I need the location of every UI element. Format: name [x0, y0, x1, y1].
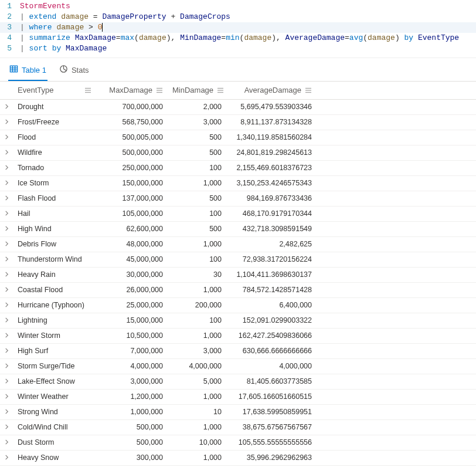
expand-row-icon[interactable] — [0, 328, 13, 343]
expand-row-icon[interactable] — [0, 282, 13, 297]
table-row[interactable]: Dust Storm500,00010,000105,555.555555555… — [0, 435, 476, 450]
expand-row-icon[interactable] — [0, 450, 13, 465]
code-line[interactable]: 3| where damage > 0 — [0, 22, 476, 33]
cell-avgdamage: 5,695,479.553903346 — [226, 99, 317, 114]
table-row[interactable]: Flash Flood137,000,000500984,169.8767334… — [0, 191, 476, 206]
expand-row-icon[interactable] — [0, 404, 13, 419]
table-row[interactable]: Lightning15,000,000100152,091.0299003322 — [0, 313, 476, 328]
expand-row-icon[interactable] — [0, 419, 13, 435]
code-content[interactable]: | extend damage = DamageProperty + Damag… — [20, 12, 476, 22]
table-row[interactable]: Winter Storm10,500,0001,000162,427.25409… — [0, 328, 476, 343]
code-line[interactable]: 5| sort by MaxDamage — [0, 43, 476, 54]
expand-row-icon[interactable] — [0, 236, 13, 252]
table-row[interactable]: Drought700,000,0002,0005,695,479.5539033… — [0, 99, 476, 114]
table-row[interactable]: Thunderstorm Wind45,000,00010072,938.317… — [0, 252, 476, 267]
header-eventtype[interactable]: EventType — [13, 82, 96, 99]
expand-row-icon[interactable] — [0, 313, 13, 328]
code-content[interactable]: | sort by MaxDamage — [20, 43, 476, 54]
expand-row-icon[interactable] — [0, 221, 13, 236]
expand-row-icon[interactable] — [0, 297, 13, 313]
expand-row-icon[interactable] — [0, 191, 13, 206]
cell-eventtype: High Wind — [13, 221, 96, 236]
expand-row-icon[interactable] — [0, 435, 13, 450]
header-mindamage-label: MinDamage — [172, 86, 213, 94]
cell-avgdamage: 1,104,411.3698630137 — [226, 267, 317, 282]
table-row[interactable]: Coastal Flood26,000,0001,000784,572.1428… — [0, 282, 476, 297]
table-row[interactable]: Hurricane (Typhoon)25,000,000200,0006,40… — [0, 297, 476, 313]
expand-row-icon[interactable] — [0, 252, 13, 267]
cell-mindamage: 10,000 — [168, 435, 226, 450]
code-content[interactable]: | where damage > 0 — [20, 22, 476, 33]
cell-mindamage: 1,000 — [168, 175, 226, 191]
table-row[interactable]: Ice Storm150,000,0001,0003,150,253.42465… — [0, 175, 476, 191]
cell-avgdamage: 8,911,137.873134328 — [226, 114, 317, 130]
table-row[interactable]: Wildfire500,000,00050024,801,819.2982456… — [0, 145, 476, 160]
cell-avgdamage: 2,482,625 — [226, 236, 317, 252]
expand-row-icon[interactable] — [0, 374, 13, 389]
table-row[interactable]: Hail105,000,000100468,170.9179170344 — [0, 206, 476, 221]
cell-eventtype: Winter Storm — [13, 328, 96, 343]
cell-mindamage: 2,000 — [168, 99, 226, 114]
header-maxdamage[interactable]: MaxDamage — [96, 82, 168, 99]
expand-row-icon[interactable] — [0, 175, 13, 191]
table-row[interactable]: Winter Weather1,200,0001,00017,605.16605… — [0, 389, 476, 404]
column-menu-icon[interactable] — [217, 87, 224, 94]
cell-mindamage: 100 — [168, 160, 226, 175]
expand-row-icon[interactable] — [0, 130, 13, 145]
code-line[interactable]: 4| summarize MaxDamage=max(damage), MinD… — [0, 33, 476, 43]
table-row[interactable]: High Wind62,600,000500432,718.3098591549 — [0, 221, 476, 236]
table-row[interactable]: Debris Flow48,000,0001,0002,482,625 — [0, 236, 476, 252]
cell-maxdamage: 1,000,000 — [96, 404, 168, 419]
cell-maxdamage: 1,200,000 — [96, 389, 168, 404]
header-avgdamage-label: AverageDamage — [231, 86, 301, 94]
code-line[interactable]: 1StormEvents — [0, 1, 476, 12]
cell-maxdamage: 700,000,000 — [96, 99, 168, 114]
cell-maxdamage: 7,000,000 — [96, 343, 168, 358]
code-content[interactable]: StormEvents — [20, 1, 476, 12]
line-number: 1 — [0, 1, 20, 12]
cell-eventtype: Lake-Effect Snow — [13, 374, 96, 389]
tab-table[interactable]: Table 1 — [8, 61, 47, 81]
column-menu-icon[interactable] — [305, 87, 312, 94]
cell-mindamage: 1,000 — [168, 236, 226, 252]
column-menu-icon[interactable] — [84, 87, 91, 94]
svg-rect-0 — [10, 66, 17, 72]
cell-mindamage: 4,000,000 — [168, 358, 226, 374]
cell-maxdamage: 4,000,000 — [96, 358, 168, 374]
expand-row-icon[interactable] — [0, 99, 13, 114]
expand-row-icon[interactable] — [0, 145, 13, 160]
table-row[interactable]: Strong Wind1,000,0001017,638.59950859951 — [0, 404, 476, 419]
header-mindamage[interactable]: MinDamage — [168, 82, 226, 99]
table-row[interactable]: Cold/Wind Chill500,0001,00038,675.675675… — [0, 419, 476, 435]
expand-row-icon[interactable] — [0, 160, 13, 175]
expand-row-icon[interactable] — [0, 267, 13, 282]
cell-mindamage: 1,000 — [168, 419, 226, 435]
stats-icon — [59, 65, 68, 75]
expand-row-icon[interactable] — [0, 343, 13, 358]
code-content[interactable]: | summarize MaxDamage=max(damage), MinDa… — [20, 33, 476, 43]
query-editor[interactable]: 1StormEvents2| extend damage = DamagePro… — [0, 0, 476, 58]
table-row[interactable]: Lake-Effect Snow3,000,0005,00081,405.660… — [0, 374, 476, 389]
table-row[interactable]: Tornado250,000,0001002,155,469.601837672… — [0, 160, 476, 175]
table-row[interactable]: Flood500,005,0005001,340,119.8581560284 — [0, 130, 476, 145]
cell-maxdamage: 48,000,000 — [96, 236, 168, 252]
cell-maxdamage: 26,000,000 — [96, 282, 168, 297]
column-menu-icon[interactable] — [156, 87, 163, 94]
results-table-wrap: EventType MaxDamage MinDamage — [0, 82, 476, 466]
code-line[interactable]: 2| extend damage = DamageProperty + Dama… — [0, 12, 476, 22]
expand-row-icon[interactable] — [0, 114, 13, 130]
table-row[interactable]: Storm Surge/Tide4,000,0004,000,0004,000,… — [0, 358, 476, 374]
tab-stats[interactable]: Stats — [58, 61, 90, 81]
cell-eventtype: Wildfire — [13, 145, 96, 160]
cell-maxdamage: 300,000 — [96, 450, 168, 465]
cell-avgdamage: 105,555.55555555556 — [226, 435, 317, 450]
expand-row-icon[interactable] — [0, 389, 13, 404]
table-row[interactable]: Heavy Snow300,0001,00035,996.2962962963 — [0, 450, 476, 465]
cell-mindamage: 5,000 — [168, 374, 226, 389]
expand-row-icon[interactable] — [0, 358, 13, 374]
table-row[interactable]: Heavy Rain30,000,000301,104,411.36986301… — [0, 267, 476, 282]
table-row[interactable]: High Surf7,000,0003,000630,666.666666666… — [0, 343, 476, 358]
header-avgdamage[interactable]: AverageDamage — [226, 82, 317, 99]
table-row[interactable]: Frost/Freeze568,750,0003,0008,911,137.87… — [0, 114, 476, 130]
expand-row-icon[interactable] — [0, 206, 13, 221]
